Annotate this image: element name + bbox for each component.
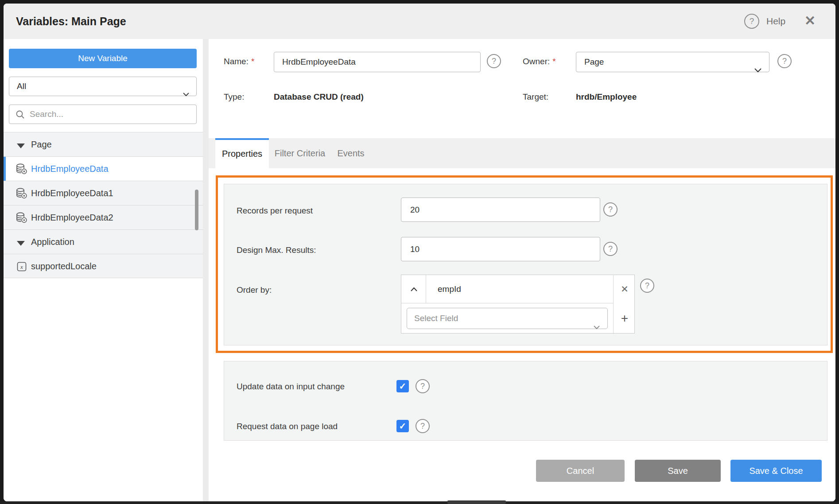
tab-filter-criteria[interactable]: Filter Criteria <box>269 138 331 168</box>
collapse-triangle-icon <box>17 143 25 148</box>
new-variable-button[interactable]: New Variable <box>9 49 197 68</box>
tab-bar: Properties Filter Criteria Events <box>209 138 835 168</box>
tab-properties[interactable]: Properties <box>215 138 269 168</box>
type-label: Type: <box>224 92 244 102</box>
tree-group-application[interactable]: Application <box>4 229 203 254</box>
order-by-help-icon[interactable]: ? <box>640 279 654 293</box>
tree-item-label: HrdbEmployeeData <box>31 157 109 181</box>
tree-item-label: supportedLocale <box>31 254 97 279</box>
chevron-down-icon <box>593 317 600 337</box>
cancel-button[interactable]: Cancel <box>536 460 625 482</box>
tree-item-label: HrdbEmployeeData1 <box>31 181 113 205</box>
order-by-row: empId <box>401 275 613 303</box>
database-icon <box>16 163 27 177</box>
update-data-help-icon[interactable]: ? <box>416 379 430 393</box>
records-per-request-label: Records per request <box>237 206 313 216</box>
variables-tree: Page HrdbEmployeeDa <box>4 132 203 278</box>
sort-direction-button[interactable] <box>401 275 426 303</box>
tree-group-label: Page <box>31 132 52 157</box>
order-by-field-value[interactable]: empId <box>438 275 461 303</box>
variable-search <box>9 105 197 124</box>
search-input[interactable] <box>30 105 194 123</box>
tree-item-hrdbemployeedata[interactable]: HrdbEmployeeData <box>4 156 203 181</box>
records-help-icon[interactable]: ? <box>603 202 618 217</box>
tree-group-label: Application <box>31 230 74 254</box>
design-max-results-field[interactable] <box>401 237 600 261</box>
design-help-icon[interactable]: ? <box>603 242 618 256</box>
background-bottom-bar <box>0 501 839 504</box>
dialog-header: Variables: Main Page ? Help ✕ <box>4 4 835 39</box>
name-label: Name:* <box>224 57 254 66</box>
remove-field-icon[interactable]: ✕ <box>614 275 636 303</box>
variable-filter-value: All <box>17 81 26 91</box>
request-data-label: Request data on page load <box>237 422 338 431</box>
chevron-up-icon <box>410 287 418 292</box>
sidebar-divider <box>203 39 209 501</box>
owner-value: Page <box>584 57 604 66</box>
owner-dropdown[interactable]: Page <box>576 52 769 72</box>
help-icon[interactable]: ? <box>744 14 759 29</box>
request-data-checkbox[interactable]: ✓ <box>396 420 409 432</box>
variables-dialog: Variables: Main Page ? Help ✕ New Variab… <box>4 4 835 501</box>
owner-help-icon[interactable]: ? <box>777 54 792 68</box>
tree-item-hrdbemployeedata2[interactable]: HrdbEmployeeData2 <box>4 205 203 229</box>
expression-icon: x <box>16 261 27 274</box>
owner-label: Owner:* <box>523 57 556 66</box>
tab-events[interactable]: Events <box>331 138 371 168</box>
tree-group-page[interactable]: Page <box>4 132 203 156</box>
type-value: Database CRUD (read) <box>274 92 364 102</box>
design-max-results-label: Design Max. Results: <box>237 245 316 255</box>
target-value: hrdb/Employee <box>576 92 637 102</box>
update-data-checkbox[interactable]: ✓ <box>396 380 409 392</box>
name-field[interactable] <box>274 52 481 72</box>
order-by-actions-column: ✕ + <box>613 275 635 334</box>
database-icon <box>16 212 27 225</box>
chevron-down-icon <box>754 60 762 80</box>
load-options-panel: Update data on input change Request data… <box>224 361 827 441</box>
order-by-label: Order by: <box>237 285 272 295</box>
required-marker: * <box>251 57 254 66</box>
variable-filter-dropdown[interactable]: All <box>9 77 197 96</box>
tree-item-hrdbemployeedata1[interactable]: HrdbEmployeeData1 <box>4 181 203 205</box>
update-data-label: Update data on input change <box>237 382 345 392</box>
select-field-dropdown[interactable]: Select Field <box>407 308 608 329</box>
collapse-triangle-icon <box>17 241 25 246</box>
select-field-placeholder: Select Field <box>414 314 458 323</box>
search-icon <box>16 110 25 120</box>
database-icon <box>16 187 27 201</box>
add-field-icon[interactable]: + <box>614 303 636 334</box>
close-icon[interactable]: ✕ <box>804 4 816 38</box>
request-data-help-icon[interactable]: ? <box>416 419 430 433</box>
name-help-icon[interactable]: ? <box>487 54 501 68</box>
sidebar-scrollbar-thumb[interactable] <box>195 190 198 230</box>
variables-sidebar: New Variable All Page <box>4 39 203 501</box>
required-marker: * <box>552 57 555 66</box>
screen-background: Variables: Main Page ? Help ✕ New Variab… <box>0 0 839 504</box>
tree-item-supportedlocale[interactable]: x supportedLocale <box>4 254 203 278</box>
variable-editor-panel: Name:* ? Owner:* Page ? Type: Database C… <box>209 39 835 501</box>
order-by-editor: empId ✕ + Select Field <box>401 275 635 333</box>
tree-item-label: HrdbEmployeeData2 <box>31 205 113 230</box>
svg-text:x: x <box>20 264 23 270</box>
help-link[interactable]: Help <box>766 4 785 39</box>
target-label: Target: <box>523 92 548 102</box>
background-cutoff-fragment <box>447 500 506 504</box>
save-close-button[interactable]: Save & Close <box>730 460 822 482</box>
records-per-request-field[interactable] <box>401 198 600 222</box>
dialog-title: Variables: Main Page <box>16 4 126 39</box>
chevron-down-icon <box>183 85 190 103</box>
save-button[interactable]: Save <box>635 460 721 482</box>
